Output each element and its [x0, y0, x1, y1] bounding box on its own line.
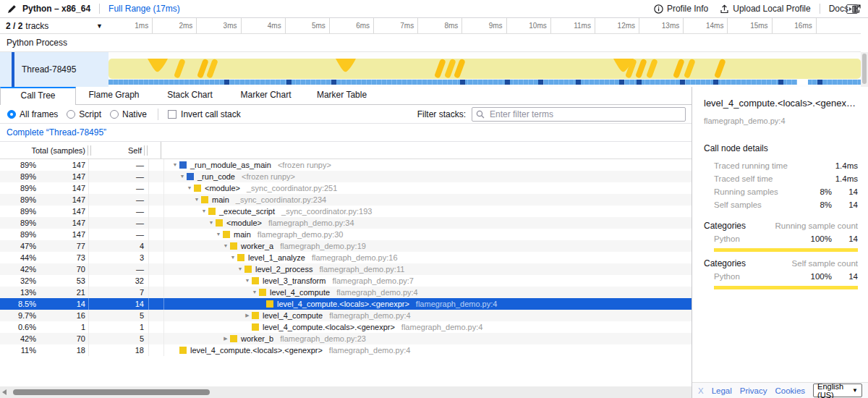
frame-name: main [234, 229, 251, 240]
collapse-arrow-icon[interactable]: ▼ [214, 229, 223, 240]
radio-native[interactable] [110, 110, 119, 119]
filter-stacks-input[interactable] [472, 107, 686, 122]
collapse-arrow-icon[interactable]: ▼ [250, 287, 259, 298]
collapse-arrow-icon[interactable]: ▼ [200, 206, 208, 217]
tracks-vertical-scrollbar[interactable] [861, 52, 868, 87]
category-swatch-icon [208, 208, 216, 215]
call-tree-controls: All framesScriptNative Invert call stack… [0, 105, 692, 124]
table-row[interactable]: 89%147—▼mainflamegraph_demo.py:30 [0, 229, 692, 240]
sidebar-footer: XLegalPrivacyCookies English (US) ▼ [692, 382, 868, 398]
table-row[interactable]: 32%5332▼level_3_transformflamegraph_demo… [0, 275, 692, 287]
total-percent: 13% [0, 287, 36, 298]
timeline-ruler[interactable]: 1ms2ms3ms4ms5ms6ms7ms8ms9ms10ms11ms12ms1… [109, 18, 861, 34]
sidebar-node-file: flamegraph_demo.py:4 [704, 117, 786, 125]
breadcrumb[interactable]: Complete “Thread-78495” [7, 127, 106, 137]
cell-tree: ▶worker_bflamegraph_demo.py:23 [164, 333, 692, 344]
frame-name: worker_a [241, 240, 273, 252]
table-row[interactable]: 13%217▼level_4_computeflamegraph_demo.py… [0, 287, 692, 298]
table-row[interactable]: 9.7%165▶level_4_computeflamegraph_demo.p… [0, 310, 692, 321]
language-select[interactable]: English (US) ▼ [813, 384, 862, 397]
table-row[interactable]: 89%147—▼<module>_sync_coordinator.py:251 [0, 182, 692, 194]
column-resize-handle[interactable] [144, 145, 148, 156]
ruler-tick-7ms: 7ms [374, 18, 418, 33]
collapse-arrow-icon[interactable]: ▼ [243, 275, 252, 287]
scroll-left-arrow-icon[interactable] [2, 389, 7, 395]
table-row[interactable]: 44%733▼level_1_analyzeflamegraph_demo.py… [0, 252, 692, 263]
table-row[interactable]: 47%774▼worker_aflamegraph_demo.py:19 [0, 240, 692, 252]
collapse-arrow-icon[interactable]: ▼ [185, 182, 194, 194]
thread-label-cell[interactable]: Thread-78495 [0, 52, 109, 87]
cell-self: 3 [89, 252, 149, 263]
search-icon [476, 110, 485, 119]
tab-call-tree[interactable]: Call Tree [0, 87, 76, 105]
table-row[interactable]: 42%705▶worker_bflamegraph_demo.py:23 [0, 333, 692, 344]
tab-marker-chart[interactable]: Marker Chart [228, 87, 304, 104]
track-python-process[interactable]: Python Process [0, 34, 861, 52]
expand-arrow-icon[interactable]: ▶ [221, 333, 230, 344]
collapse-arrow-icon[interactable]: ▼ [221, 240, 230, 252]
horizontal-scroll-thumb[interactable] [13, 389, 210, 395]
dropdown-caret-icon[interactable]: ▼ [96, 22, 103, 30]
table-row[interactable]: 11%1818level_4_compute.<locals>.<genexpr… [0, 344, 692, 356]
footer-link-x[interactable]: X [698, 386, 704, 395]
upload-button[interactable]: Upload Local Profile [720, 4, 810, 14]
cell-total: 89%147 [0, 182, 89, 194]
table-row[interactable]: 89%147—▼_run_code<frozen runpy> [0, 171, 692, 182]
collapse-arrow-icon[interactable]: ▼ [207, 217, 216, 229]
cell-tree: level_4_compute.<locals>.<genexpr>flameg… [164, 344, 692, 356]
footer-link-cookies[interactable]: Cookies [775, 386, 806, 395]
radio-script[interactable] [67, 110, 75, 119]
footer-link-legal[interactable]: Legal [712, 386, 732, 395]
tab-marker-table[interactable]: Marker Table [304, 87, 380, 104]
tab-flame-graph[interactable]: Flame Graph [76, 87, 152, 104]
category-swatch-icon [230, 335, 237, 342]
sample-dark-segment [460, 80, 465, 85]
table-row[interactable]: 89%147—▼main_sync_coordinator.py:234 [0, 194, 692, 206]
tab-stack-chart[interactable]: Stack Chart [152, 87, 228, 104]
radio-all-frames[interactable] [7, 110, 16, 119]
radio-label-all-frames[interactable]: All frames [20, 109, 58, 119]
table-row[interactable]: 89%147—▼<module>flamegraph_demo.py:34 [0, 217, 692, 229]
horizontal-scrollbar[interactable] [0, 386, 692, 398]
radio-label-native[interactable]: Native [122, 109, 147, 119]
collapse-arrow-icon[interactable]: ▼ [178, 171, 187, 182]
vertical-scroll-thumb[interactable] [862, 54, 867, 84]
collapse-arrow-icon[interactable]: ▼ [192, 194, 201, 206]
sidebar-detail-row: Self samples8%14 [692, 198, 868, 211]
column-header-self[interactable]: Self [91, 146, 142, 155]
ruler-tick-5ms: 5ms [286, 18, 330, 33]
cell-total: 32%53 [0, 275, 89, 287]
tracks-dropdown[interactable]: 2 / 2 tracks [0, 18, 109, 34]
thread-activity-track[interactable] [109, 52, 861, 87]
frame-file: flamegraph_demo.py:30 [258, 229, 344, 240]
profile-info-button[interactable]: Profile Info [654, 4, 708, 14]
frame-file: flamegraph_demo.py:19 [280, 240, 366, 252]
radio-label-script[interactable]: Script [79, 109, 101, 119]
footer-link-privacy[interactable]: Privacy [740, 386, 767, 395]
full-range-link[interactable]: Full Range (17ms) [109, 4, 180, 14]
cell-total: 89%147 [0, 229, 89, 240]
sidebar-toggle-button[interactable] [846, 4, 858, 14]
cell-total: 8.5%14 [0, 298, 89, 310]
frame-file: flamegraph_demo.py:4 [401, 321, 483, 333]
table-row[interactable]: 89%147—▼_run_module_as_main<frozen runpy… [0, 159, 692, 171]
cell-tree: level_4_compute.<locals>.<genexpr>flameg… [164, 298, 692, 310]
cell-spacer [149, 171, 164, 182]
cell-total: 13%21 [0, 287, 89, 298]
total-percent: 9.7% [0, 310, 36, 321]
collapse-arrow-icon[interactable]: ▼ [171, 159, 179, 171]
frame-name: level_1_analyze [248, 252, 305, 263]
column-header-total[interactable]: Total (samples) [0, 146, 85, 155]
thread-selected-accent [12, 52, 14, 87]
collapse-arrow-icon[interactable]: ▼ [236, 263, 244, 275]
collapse-arrow-icon[interactable]: ▼ [229, 252, 237, 263]
table-row[interactable]: 89%147—▼_execute_script_sync_coordinator… [0, 206, 692, 217]
table-row[interactable]: 42%70—▼level_2_processflamegraph_demo.py… [0, 263, 692, 275]
cell-tree: ▼worker_aflamegraph_demo.py:19 [164, 240, 692, 252]
expand-arrow-icon[interactable]: ▶ [243, 310, 252, 321]
invert-call-stack-checkbox[interactable] [168, 110, 176, 119]
table-row[interactable]: 0.6%11level_4_compute.<locals>.<genexpr>… [0, 321, 692, 333]
category-swatch-icon [266, 300, 273, 308]
table-row[interactable]: 8.5%1414level_4_compute.<locals>.<genexp… [0, 298, 692, 310]
cell-self: 5 [89, 333, 149, 344]
